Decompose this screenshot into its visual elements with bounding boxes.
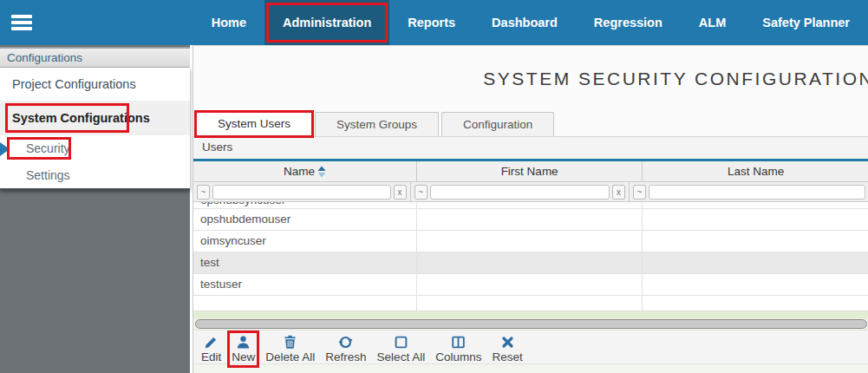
cell-first-name: [417, 231, 643, 252]
sidebar-item-project-configurations[interactable]: Project Configurations: [0, 68, 190, 101]
cell-first-name: [417, 274, 643, 295]
tab-system-users-label: System Users: [218, 117, 290, 130]
column-header-name[interactable]: Name: [193, 161, 417, 181]
table-row[interactable]: testuser: [193, 274, 868, 296]
sidebar-item-system-configurations-label: System Configurations: [12, 111, 150, 125]
name-filter-clear-button[interactable]: x: [394, 185, 407, 200]
sidebar-item-security[interactable]: Security: [0, 135, 190, 162]
page-title: SYSTEM SECURITY CONFIGURATIONS: [483, 69, 868, 89]
cell-last-name: [643, 274, 868, 295]
nav-item-alm[interactable]: ALM: [681, 0, 744, 45]
table-row-selected[interactable]: test: [193, 252, 868, 274]
cell-last-name: [643, 252, 868, 273]
nav-items: Home Administration Reports Dashboard Re…: [193, 0, 868, 45]
checkbox-icon: [394, 335, 408, 350]
reset-button-label: Reset: [492, 350, 522, 363]
tab-bar: System Users System Groups Configuration: [196, 111, 554, 136]
table-row[interactable]: oimsyncuser: [193, 231, 868, 252]
delete-all-button[interactable]: Delete All: [264, 334, 317, 364]
trash-icon: [283, 335, 297, 350]
sidebar-item-settings[interactable]: Settings: [0, 162, 190, 188]
nav-item-reports[interactable]: Reports: [389, 0, 473, 45]
nav-item-safety-planner[interactable]: Safety Planner: [744, 0, 868, 45]
cell-last-name: [643, 209, 868, 230]
name-filter-input[interactable]: [212, 185, 391, 200]
cell-name: [193, 296, 417, 311]
tab-system-users[interactable]: System Users: [196, 111, 312, 136]
edit-button[interactable]: Edit: [199, 334, 223, 364]
cell-name: opshubsyncuser: [200, 202, 416, 208]
column-header-last-name[interactable]: Last Name: [643, 161, 868, 181]
horizontal-scrollbar: [193, 318, 868, 330]
new-button-label: New: [232, 350, 255, 363]
x-icon: [500, 335, 515, 350]
column-header-first-name[interactable]: First Name: [417, 161, 643, 181]
nav-item-home[interactable]: Home: [193, 0, 264, 45]
grid-toolbar: Edit New Delete All: [193, 330, 868, 363]
cell-first-name: [417, 296, 643, 311]
pencil-icon: [204, 335, 219, 350]
current-page-arrow-icon: [0, 142, 10, 156]
table-filter-row: ~ x ~ x ~: [193, 182, 868, 202]
columns-button[interactable]: Columns: [434, 334, 483, 364]
sidebar-menu: Project Configurations System Configurat…: [0, 68, 190, 190]
users-section-header: Users: [193, 137, 868, 161]
cell-first-name: [417, 252, 643, 273]
table-row-empty[interactable]: [193, 296, 868, 311]
columns-button-label: Columns: [435, 350, 481, 363]
column-header-name-label: Name: [284, 165, 315, 178]
select-all-button-label: Select All: [377, 350, 426, 363]
cell-name: oimsyncuser: [193, 231, 417, 252]
nav-item-regression[interactable]: Regression: [576, 0, 681, 45]
new-button[interactable]: New: [230, 334, 257, 364]
bottom-strip: [193, 363, 868, 373]
first-name-filter-input[interactable]: [430, 185, 610, 200]
cell-name: testuser: [193, 274, 417, 295]
main-panel: SYSTEM SECURITY CONFIGURATIONS System Us…: [193, 45, 868, 373]
sidebar: Configurations Project Configurations Sy…: [0, 45, 190, 373]
cell-last-name: [643, 296, 868, 311]
reset-button[interactable]: Reset: [490, 334, 524, 364]
cell-first-name: [417, 209, 643, 230]
table-row[interactable]: opshubdemouser: [193, 209, 868, 231]
horizontal-scrollbar-thumb[interactable]: [195, 319, 867, 329]
cell-name: test: [193, 252, 417, 273]
table-header-row: Name First Name Last Name: [193, 161, 868, 182]
select-all-button[interactable]: Select All: [375, 334, 427, 364]
nav-item-dashboard[interactable]: Dashboard: [473, 0, 576, 45]
sort-icon[interactable]: [317, 166, 326, 178]
table-row[interactable]: opshubsyncuser: [193, 202, 868, 209]
user-icon: [236, 335, 251, 350]
nav-item-administration-label: Administration: [283, 16, 371, 29]
columns-icon: [451, 335, 466, 350]
last-name-filter-input[interactable]: [649, 185, 865, 200]
last-name-filter-operator-button[interactable]: ~: [633, 185, 646, 200]
name-filter-operator-button[interactable]: ~: [197, 185, 210, 200]
tab-configuration[interactable]: Configuration: [441, 112, 554, 136]
hamburger-menu-icon[interactable]: [11, 12, 32, 34]
cell-name: opshubdemouser: [193, 209, 417, 230]
first-name-filter-clear-button[interactable]: x: [612, 185, 625, 200]
refresh-icon: [338, 335, 353, 350]
cell-last-name: [643, 231, 868, 252]
first-name-filter-operator-button[interactable]: ~: [414, 185, 427, 200]
delete-all-button-label: Delete All: [265, 350, 315, 363]
sidebar-header: Configurations: [0, 47, 190, 68]
refresh-button-label: Refresh: [325, 350, 366, 363]
users-grid: Users Name First Name Last Name ~ x ~: [193, 136, 868, 318]
top-navbar: Home Administration Reports Dashboard Re…: [0, 0, 868, 45]
summary-row: [193, 311, 868, 318]
sidebar-item-system-configurations[interactable]: System Configurations: [0, 101, 190, 135]
sidebar-item-security-label: Security: [26, 141, 70, 155]
nav-item-administration[interactable]: Administration: [264, 0, 389, 45]
tab-system-groups[interactable]: System Groups: [315, 112, 439, 136]
refresh-button[interactable]: Refresh: [323, 334, 368, 364]
edit-button-label: Edit: [201, 350, 221, 363]
